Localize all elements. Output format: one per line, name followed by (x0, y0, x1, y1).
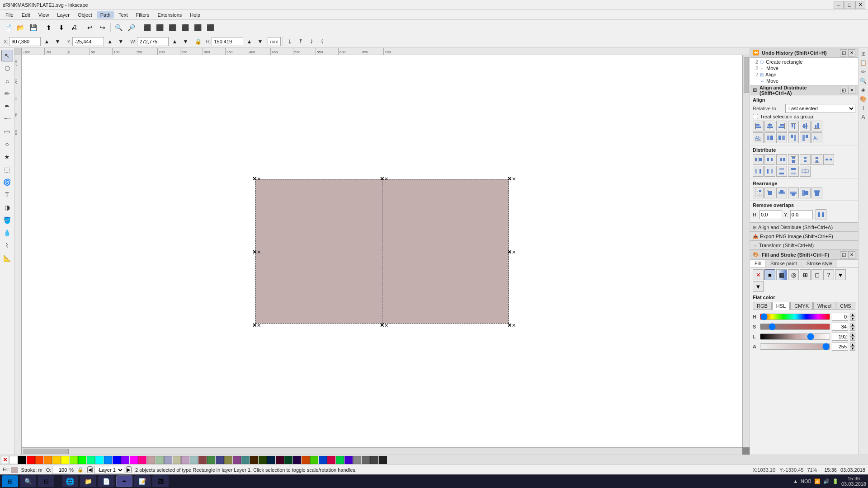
paint-arrow-btn[interactable]: ▼ (753, 281, 764, 292)
opacity-input[interactable] (52, 466, 68, 474)
tool-ellipse[interactable]: ○ (1, 138, 13, 150)
menu-file[interactable]: File (2, 11, 17, 19)
v-overlap-input[interactable] (790, 210, 813, 219)
align-center-on-h-btn[interactable] (800, 121, 811, 131)
dist-btn2-1[interactable] (753, 166, 764, 177)
align-center-on-v-btn[interactable] (764, 121, 775, 131)
a-value[interactable]: 255 (832, 343, 848, 351)
tool-rectangle[interactable]: ▭ (1, 126, 13, 137)
undo-button[interactable]: ↩ (84, 22, 96, 33)
palette-swatch[interactable] (198, 456, 207, 464)
palette-swatch[interactable] (18, 456, 26, 464)
right-icon-6[interactable]: 🎨 (859, 95, 868, 103)
palette-swatch[interactable] (302, 456, 310, 464)
right-icon-8[interactable]: A (859, 113, 868, 121)
color-tab-cms[interactable]: CMS (836, 302, 855, 310)
tool-node[interactable]: ⬡ (1, 62, 13, 74)
new-button[interactable]: 📄 (2, 22, 14, 33)
treat-group-checkbox[interactable] (753, 114, 758, 119)
handle-bottom-right[interactable]: ✕ (507, 322, 512, 327)
export-png-tab[interactable]: 📤 Export PNG Image (Shift+Ctrl+E) (750, 232, 858, 241)
align-distribute-tab[interactable]: ⊞ Align and Distribute (Shift+Ctrl+A) (750, 223, 858, 232)
taskbar-taskview[interactable]: ⊟ (38, 475, 54, 487)
palette-swatch[interactable] (190, 456, 198, 464)
a-spin-up[interactable]: ▲ (850, 343, 855, 347)
layer-prev-btn[interactable]: ◀ (87, 466, 93, 473)
snap-toggle-1[interactable]: ⤓ (285, 37, 295, 46)
dist-right-btn[interactable] (776, 154, 787, 165)
taskbar-inkscape[interactable]: ✒ (116, 475, 132, 487)
import-button[interactable]: ⬆ (43, 22, 55, 33)
palette-swatch[interactable] (284, 456, 292, 464)
align-btn-extra2[interactable] (776, 132, 787, 143)
handle-middle-left[interactable]: ✕ (252, 249, 257, 253)
undo-item[interactable]: 2 ↔ Move (751, 65, 857, 71)
right-icon-2[interactable]: 📋 (859, 59, 868, 67)
palette-swatch[interactable] (35, 456, 43, 464)
lock-aspect-button[interactable]: 🔒 (193, 37, 203, 46)
menu-path[interactable]: Path (97, 11, 114, 19)
dist-btn2-4[interactable] (788, 166, 799, 177)
w-spinner-up[interactable]: ▲ (170, 37, 179, 46)
undo-item[interactable]: 2 ⊞ Align (751, 71, 857, 78)
undo-item[interactable]: ↔ Move (751, 78, 857, 84)
palette-swatch[interactable] (370, 456, 378, 464)
h-value[interactable]: 0 (832, 313, 848, 321)
align-right-button[interactable]: ⬛ (166, 22, 178, 33)
handle-top-middle[interactable]: ✕ (380, 176, 384, 180)
taskbar-app1[interactable]: 📄 (98, 475, 114, 487)
align-bottom-edges-btn[interactable] (811, 121, 822, 131)
s-value[interactable]: 34 (832, 323, 848, 331)
align-left-button[interactable]: ⬛ (141, 22, 153, 33)
palette-swatch[interactable] (130, 456, 138, 464)
x-input[interactable] (9, 37, 41, 46)
color-tab-cmyk[interactable]: CMYK (790, 302, 813, 310)
dist-top-btn[interactable] (788, 154, 799, 165)
v-scrollbar[interactable] (742, 55, 750, 447)
align-btn-extra1[interactable] (764, 132, 775, 143)
dist-left-btn[interactable] (753, 154, 764, 165)
close-button[interactable]: ✕ (855, 1, 865, 9)
palette-swatch[interactable] (181, 456, 189, 464)
align-btn-extra4[interactable] (800, 132, 811, 143)
tool-calligraphy[interactable]: 〰 (1, 113, 13, 125)
color-tab-wheel[interactable]: Wheel (813, 302, 835, 310)
handle-bottom-left[interactable]: ✕ (252, 322, 257, 327)
menu-filters[interactable]: Filters (132, 11, 153, 19)
redo-button[interactable]: ↪ (97, 22, 108, 33)
h-spin-down[interactable]: ▼ (850, 317, 855, 321)
s-slider[interactable] (760, 324, 830, 330)
x-spinner-up[interactable]: ▲ (42, 37, 52, 46)
palette-swatch[interactable] (293, 456, 301, 464)
fill-swatch[interactable] (11, 467, 18, 473)
palette-swatch[interactable] (44, 456, 52, 464)
palette-swatch[interactable] (267, 456, 275, 464)
paint-pattern-btn[interactable]: ⊞ (800, 269, 811, 280)
dist-btn2-3[interactable] (776, 166, 787, 177)
menu-text[interactable]: Text (115, 11, 131, 19)
palette-swatch[interactable] (113, 456, 121, 464)
paint-linear-btn[interactable]: ▦ (776, 269, 787, 280)
palette-swatch[interactable] (250, 456, 258, 464)
layer-dropdown[interactable]: ·Layer 1 (94, 466, 124, 474)
rect-left[interactable] (255, 179, 382, 324)
tab-stroke-style[interactable]: Stroke style (802, 260, 837, 267)
paint-heart-btn[interactable]: ♥ (835, 269, 846, 280)
selected-rect-container[interactable]: ✕ ✕ ✕ ✕ ✕ ✕ ✕ ✕ (255, 179, 509, 324)
paint-radial-btn[interactable]: ◎ (788, 269, 799, 280)
x-spinner-down[interactable]: ▼ (52, 37, 62, 46)
taskbar-search[interactable]: 🔍 (20, 475, 36, 487)
palette-swatch[interactable] (379, 456, 387, 464)
palette-swatch[interactable] (173, 456, 181, 464)
transform-tab[interactable]: ↔ Transform (Shift+Ctrl+M) (750, 241, 858, 250)
maximize-button[interactable]: □ (844, 1, 854, 9)
print-button[interactable]: 🖨 (68, 22, 80, 33)
l-slider[interactable] (760, 333, 830, 340)
palette-swatch[interactable] (319, 456, 327, 464)
align-bottom-button[interactable]: ⬛ (204, 22, 216, 33)
align-text-baseline-btn[interactable]: Ab (753, 132, 764, 143)
tool-connector[interactable]: ⌇ (1, 239, 13, 251)
palette-swatch[interactable] (27, 456, 35, 464)
h-scrollbar[interactable] (22, 447, 742, 455)
dist-btn2-2[interactable] (764, 166, 775, 177)
